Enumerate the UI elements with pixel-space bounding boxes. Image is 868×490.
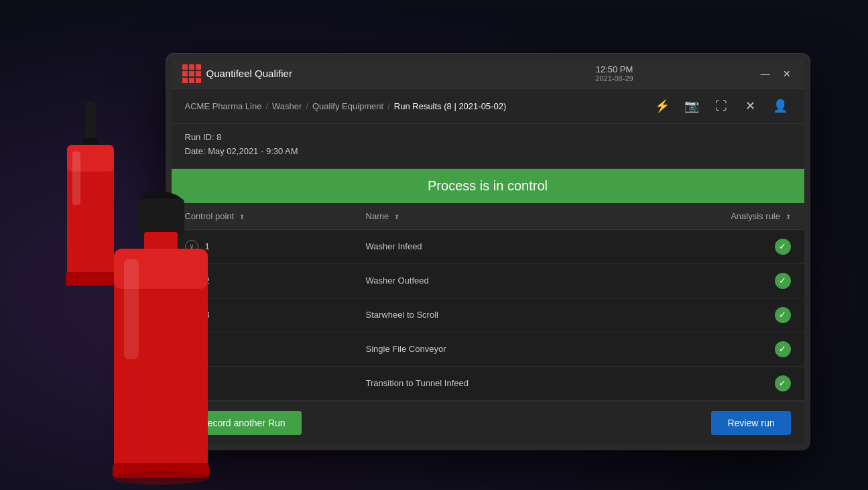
breadcrumb-separator-1: / <box>306 101 308 111</box>
breadcrumb-separator-2: / <box>387 101 390 111</box>
control-point-cell-1: ∨2 <box>172 263 353 298</box>
breadcrumb-item-0[interactable]: ACME Pharma Line <box>185 101 262 111</box>
table-row: Single File Conveyor✓ <box>172 332 804 366</box>
status-banner: Process is in control <box>172 169 804 203</box>
breadcrumb-bar: ACME Pharma Line / Washer / Qualify Equi… <box>172 88 804 124</box>
sort-icon-analysis: ⬆ <box>786 213 791 221</box>
expand-icon-1[interactable]: ∨ <box>185 274 198 288</box>
svg-point-13 <box>113 471 209 485</box>
breadcrumb-separator-0: / <box>265 101 268 111</box>
close-icon[interactable]: ✕ <box>740 95 761 117</box>
review-run-button[interactable]: Review run <box>711 411 790 435</box>
breadcrumb-item-2[interactable]: Qualify Equipment <box>312 101 383 111</box>
breadcrumb-item-3: Run Results (8 | 2021-05-02) <box>394 101 506 111</box>
title-time: 12:50 PM <box>471 64 759 74</box>
svg-rect-0 <box>85 101 96 141</box>
analysis-rule-cell-3: ✓ <box>623 332 804 366</box>
svg-rect-4 <box>72 151 80 205</box>
breadcrumb-item-1[interactable]: Washer <box>272 101 302 111</box>
footer-bar: Record another Run Review run <box>172 401 804 444</box>
svg-rect-5 <box>66 272 115 286</box>
name-cell-3: Single File Conveyor <box>353 332 623 366</box>
table-row: 3Starwheel to Scroll✓ <box>172 298 804 332</box>
control-point-cell-3 <box>172 332 353 366</box>
minimize-button[interactable]: — <box>759 67 772 80</box>
toolbar-icons: ⚡ 📷 ⛶ ✕ 👤 <box>652 95 791 117</box>
app-title: Quantifeel Qualifier <box>206 68 292 79</box>
control-point-cell-2: 3 <box>172 298 353 332</box>
svg-rect-11 <box>124 259 139 359</box>
analysis-rule-cell-4: ✓ <box>623 366 804 400</box>
table-row: ∨2Washer Outfeed✓ <box>172 263 804 298</box>
control-point-number-0: 1 <box>205 241 210 251</box>
sort-icon-name: ⬆ <box>394 213 399 221</box>
control-point-number-2: 3 <box>205 310 210 320</box>
svg-rect-1 <box>83 138 98 148</box>
run-id: Run ID: 8 <box>185 131 791 145</box>
col-header-control-point[interactable]: Control point ⬆ <box>172 203 353 230</box>
record-another-run-button[interactable]: Record another Run <box>185 411 302 435</box>
app-logo-grid <box>182 64 201 83</box>
control-point-cell-4 <box>172 366 353 400</box>
name-cell-0: Washer Infeed <box>353 229 623 263</box>
screen: Quantifeel Qualifier 12:50 PM 2021-08-29… <box>172 59 804 444</box>
run-date: Date: May 02,2021 - 9:30 AM <box>185 145 791 159</box>
check-icon-0: ✓ <box>775 239 791 255</box>
check-icon-1: ✓ <box>775 273 791 289</box>
user-icon[interactable]: 👤 <box>769 95 791 117</box>
title-bar: Quantifeel Qualifier 12:50 PM 2021-08-29… <box>172 59 804 88</box>
analysis-rule-cell-2: ✓ <box>623 298 804 332</box>
title-bar-center: 12:50 PM 2021-08-29 <box>471 64 759 82</box>
data-table: Control point ⬆ Name ⬆ Analysis rule ⬆ ∨… <box>172 203 804 401</box>
window-controls: — ✕ <box>759 67 794 80</box>
control-point-number-1: 2 <box>205 275 210 286</box>
table-header: Control point ⬆ Name ⬆ Analysis rule ⬆ <box>172 203 804 230</box>
analysis-rule-cell-1: ✓ <box>623 263 804 298</box>
svg-rect-2 <box>67 145 114 279</box>
laptop-frame: Quantifeel Qualifier 12:50 PM 2021-08-29… <box>166 54 810 450</box>
analysis-rule-cell-0: ✓ <box>623 229 804 263</box>
table-row: Transition to Tunnel Infeed✓ <box>172 366 804 400</box>
expand-icon-0[interactable]: ∨ <box>185 240 198 253</box>
flash-icon[interactable]: ⚡ <box>652 95 673 117</box>
name-cell-1: Washer Outfeed <box>353 263 623 298</box>
col-header-name[interactable]: Name ⬆ <box>353 203 623 230</box>
close-button[interactable]: ✕ <box>780 67 794 80</box>
name-cell-2: Starwheel to Scroll <box>353 298 623 332</box>
check-icon-3: ✓ <box>775 341 791 357</box>
control-point-cell-0: ∨1 <box>172 229 353 263</box>
camera-icon[interactable]: 📷 <box>681 95 702 117</box>
table-row: ∨1Washer Infeed✓ <box>172 229 804 263</box>
status-text: Process is in control <box>428 178 548 193</box>
name-cell-4: Transition to Tunnel Infeed <box>353 366 623 400</box>
svg-rect-12 <box>113 463 209 478</box>
run-info: Run ID: 8 Date: May 02,2021 - 9:30 AM <box>172 124 804 169</box>
breadcrumb: ACME Pharma Line / Washer / Qualify Equi… <box>185 101 507 111</box>
table-body: ∨1Washer Infeed✓∨2Washer Outfeed✓3Starwh… <box>172 229 804 400</box>
sort-icon-control-point: ⬆ <box>239 213 245 221</box>
svg-rect-3 <box>67 145 114 172</box>
col-header-analysis-rule[interactable]: Analysis rule ⬆ <box>623 203 804 230</box>
check-icon-2: ✓ <box>775 307 791 323</box>
app-logo: Quantifeel Qualifier <box>182 64 471 83</box>
title-date: 2021-08-29 <box>471 74 759 82</box>
check-icon-4: ✓ <box>775 375 791 391</box>
fullscreen-icon[interactable]: ⛶ <box>710 95 732 117</box>
